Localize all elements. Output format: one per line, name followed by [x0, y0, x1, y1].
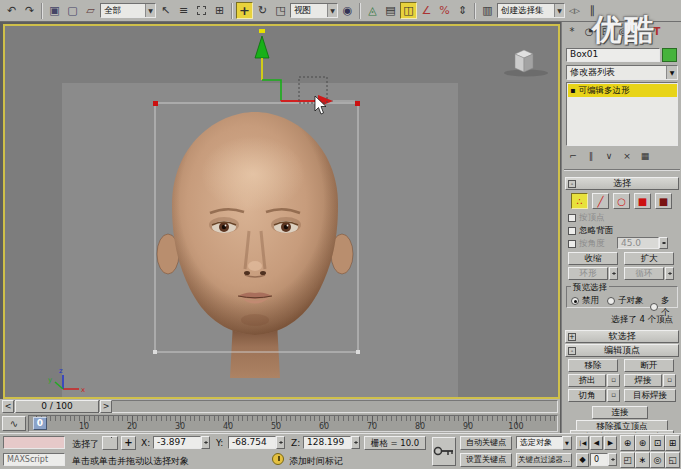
selection-filter-dropdown[interactable]: 全部 ▼: [100, 3, 156, 18]
object-color-swatch[interactable]: [662, 48, 677, 62]
show-end-result-icon[interactable]: ∥: [584, 149, 598, 163]
collapse-icon[interactable]: -: [568, 180, 576, 188]
expand-icon[interactable]: +: [568, 333, 576, 341]
weld-settings-button[interactable]: ▫: [663, 374, 676, 387]
chamfer-button[interactable]: 切角: [568, 389, 606, 402]
box01-object[interactable]: [504, 50, 548, 77]
remove-button[interactable]: 移除: [568, 359, 618, 372]
unlink-selection-icon[interactable]: ▢: [64, 2, 81, 19]
next-frame-arrow[interactable]: >: [100, 400, 112, 413]
keyboard-override-icon[interactable]: ▤: [382, 2, 399, 19]
use-pivot-center-icon[interactable]: ◉: [339, 2, 356, 19]
go-to-start-button[interactable]: ∣◀: [576, 436, 589, 450]
select-by-name-icon[interactable]: ≡: [175, 2, 192, 19]
z-coord-field[interactable]: 128.199: [303, 436, 351, 449]
dropdown-arrow-icon[interactable]: ▼: [145, 4, 155, 17]
dropdown-arrow-icon[interactable]: ▼: [554, 4, 564, 17]
border-mode-button[interactable]: ○: [613, 193, 630, 209]
set-key-button[interactable]: 设置关键点: [460, 453, 512, 467]
region-zoom-button[interactable]: ◰: [620, 452, 635, 468]
grow-button[interactable]: 扩大: [624, 252, 674, 265]
vertex-mode-button[interactable]: ∴: [571, 193, 588, 209]
ring-button[interactable]: 环形: [568, 267, 608, 280]
remove-unused-map-verts-button[interactable]: 移除未使用的贴图顶点: [570, 430, 674, 433]
orbit-button[interactable]: ◎: [650, 452, 665, 468]
extrude-settings-button[interactable]: ▫: [607, 374, 620, 387]
checkbox[interactable]: [568, 214, 576, 222]
auto-key-button[interactable]: 自动关键点: [460, 436, 512, 450]
frame-spinner[interactable]: [608, 453, 617, 466]
zoom-extents-button[interactable]: ⊡: [650, 435, 665, 451]
select-and-scale-icon[interactable]: ◳: [272, 2, 289, 19]
y-coord-spinner[interactable]: [276, 436, 285, 449]
z-coord-spinner[interactable]: [351, 436, 360, 449]
edit-vertices-rollout-header[interactable]: - 编辑顶点: [565, 344, 679, 357]
make-unique-icon[interactable]: ∨: [602, 149, 616, 163]
angle-value-field[interactable]: 45.0: [617, 237, 659, 249]
selection-lock-toggle[interactable]: [102, 436, 118, 450]
select-object-icon[interactable]: ↖: [157, 2, 174, 19]
preview-subobject-radio[interactable]: 子对象: [607, 295, 644, 307]
x-coord-spinner[interactable]: [201, 436, 210, 449]
y-coord-field[interactable]: -68.754: [228, 436, 276, 449]
play-button[interactable]: ▶: [604, 436, 617, 450]
set-keys-button[interactable]: [432, 437, 456, 466]
modifier-stack[interactable]: ▪ 可编辑多边形: [566, 82, 678, 146]
by-vertex-checkbox-row[interactable]: 按顶点: [568, 212, 605, 224]
loop-button[interactable]: 循环: [624, 267, 664, 280]
radio[interactable]: [650, 303, 658, 311]
mirror-icon[interactable]: ◁▷: [566, 2, 583, 19]
loop-spinner[interactable]: [665, 267, 674, 280]
edit-named-sets-icon[interactable]: ▥: [479, 2, 496, 19]
dropdown-arrow-icon[interactable]: ▼: [327, 4, 337, 17]
pan-button[interactable]: ∗: [635, 452, 650, 468]
element-mode-button[interactable]: ■: [655, 193, 672, 209]
absolute-offset-toggle[interactable]: +: [121, 436, 136, 450]
dropdown-arrow-icon[interactable]: ▼: [666, 66, 677, 79]
key-mode-toggle[interactable]: ◆: [576, 453, 589, 467]
ring-spinner[interactable]: [609, 267, 618, 280]
front-viewport[interactable]: x z y: [3, 24, 560, 399]
pin-stack-icon[interactable]: ⌐: [566, 149, 580, 163]
collapse-icon[interactable]: -: [568, 347, 576, 355]
time-slider-thumb[interactable]: 0 / 100: [15, 400, 99, 413]
edge-mode-button[interactable]: ╱: [592, 193, 609, 209]
region-select-icon[interactable]: [193, 2, 210, 19]
bind-to-spacewarp-icon[interactable]: ▱: [82, 2, 99, 19]
current-frame-marker[interactable]: 0: [33, 417, 47, 430]
window-crossing-icon[interactable]: ⊞: [211, 2, 228, 19]
previous-frame-button[interactable]: ◀: [590, 436, 603, 450]
reference-coordinate-dropdown[interactable]: 视图 ▼: [290, 3, 338, 18]
select-and-move-icon[interactable]: +: [236, 2, 253, 19]
viewport-canvas[interactable]: x z y: [5, 26, 558, 397]
modifier-list-dropdown[interactable]: 修改器列表 ▼: [566, 65, 678, 80]
shrink-button[interactable]: 收缩: [568, 252, 618, 265]
percent-snap-icon[interactable]: %: [436, 2, 453, 19]
key-filters-button[interactable]: 关键点过滤器...: [516, 453, 572, 467]
target-weld-button[interactable]: 目标焊接: [624, 389, 676, 402]
connect-button[interactable]: 连接: [592, 406, 648, 419]
radio[interactable]: [607, 297, 615, 305]
zoom-extents-all-button[interactable]: ⊞: [665, 435, 680, 451]
angle-spinner[interactable]: [659, 237, 668, 249]
current-frame-field[interactable]: 0: [590, 453, 608, 466]
maximize-viewport-toggle[interactable]: ◱: [665, 452, 680, 468]
zoom-button[interactable]: ⊕: [620, 435, 635, 451]
maxscript-listener-field[interactable]: MAXScript: [3, 453, 65, 466]
object-name-field[interactable]: Box01: [566, 48, 660, 62]
snaps-toggle-icon[interactable]: ◫: [400, 2, 417, 19]
angle-snap-icon[interactable]: ∠: [418, 2, 435, 19]
x-coord-field[interactable]: -3.897: [153, 436, 201, 449]
break-button[interactable]: 断开: [624, 359, 674, 372]
previous-frame-arrow[interactable]: <: [2, 400, 14, 413]
macro-recorder-field[interactable]: [3, 436, 65, 449]
named-selection-sets-dropdown[interactable]: 创建选择集 ▼: [497, 3, 565, 18]
select-and-manipulate-icon[interactable]: ◬: [364, 2, 381, 19]
checkbox[interactable]: [568, 227, 576, 235]
ignore-backfacing-checkbox-row[interactable]: 忽略背面: [568, 225, 613, 237]
clock-icon[interactable]: [272, 453, 284, 465]
by-angle-checkbox-row[interactable]: 按角度: [568, 238, 605, 250]
redo-icon[interactable]: ↷: [21, 2, 38, 19]
weld-button[interactable]: 焊接: [624, 374, 662, 387]
dropdown-arrow-icon[interactable]: ▼: [562, 436, 572, 450]
